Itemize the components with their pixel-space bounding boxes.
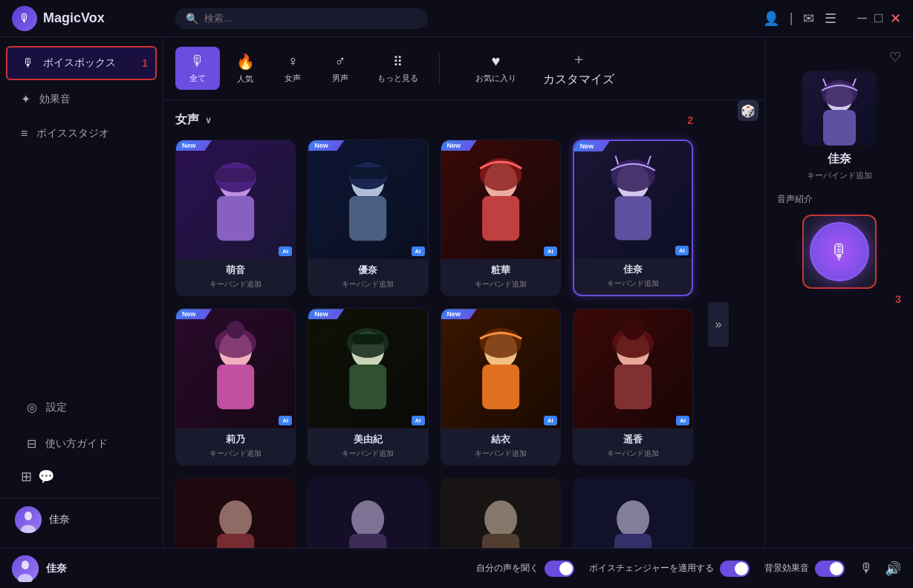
svg-point-41 — [623, 319, 643, 340]
svg-rect-32 — [351, 334, 384, 344]
maximize-button[interactable]: □ — [874, 10, 883, 26]
voice-card-haruka[interactable]: AI 遥香 キーバンド追加 — [573, 308, 693, 465]
panel-keybind-label[interactable]: キーバインド追加 — [807, 170, 872, 181]
tab-female-icon: ♀ — [287, 53, 299, 70]
voice-card-extra2[interactable]: AI — — [308, 477, 428, 549]
voice-card-mone[interactable]: New AI 萌音 — [175, 140, 296, 296]
voice-card-extra1[interactable]: AI — — [175, 477, 296, 549]
tab-male[interactable]: ♂ 男声 — [318, 47, 363, 90]
voice-grid-female-row1: New AI 萌音 — [175, 140, 693, 296]
sidebar-item-guide[interactable]: ⊟ 使い方ガイド — [12, 428, 151, 460]
voice-card-img-yui: New AI — [441, 309, 560, 428]
search-bar[interactable]: 🔍 — [175, 8, 428, 29]
voice-card-info-rino: 莉乃 キーバンド追加 — [176, 428, 295, 465]
self-listen-toggle[interactable] — [545, 561, 574, 577]
effects-icon: ✦ — [21, 92, 30, 106]
tab-popular[interactable]: 🔥 人気 — [223, 47, 267, 91]
volume-icon[interactable]: 🔊 — [885, 561, 901, 577]
tab-male-icon: ♂ — [335, 53, 346, 70]
tab-all[interactable]: 🎙 全て — [175, 47, 220, 90]
tab-all-label: 全て — [189, 73, 206, 84]
voice-card-info-miyuki: 美由紀 キーバンド追加 — [308, 428, 427, 465]
voice-card-img-shoka: New AI — [441, 140, 560, 259]
content-area: 🎙 全て 🔥 人気 ♀ 女声 ♂ 男声 ⠿ もっと見る ♥ お気に — [163, 37, 764, 548]
ai-badge-yuna: AI — [412, 246, 425, 256]
voice-grid-female-row2: New AI 莉乃 — [175, 308, 693, 465]
dice-icon[interactable]: 🎲 — [738, 100, 758, 121]
ai-badge-rino: AI — [279, 416, 292, 425]
ai-badge-shoka: AI — [544, 246, 557, 256]
right-panel: ♡ 佳奈 キーバインド追加 音声紹介 🎙 3 — [764, 37, 913, 548]
svg-rect-25 — [217, 365, 254, 409]
voice-card-img-haruka: AI — [574, 309, 692, 428]
voice-changer-toggle-group: ボイスチェンジャーを適用する — [589, 561, 750, 577]
user-icon[interactable]: 👤 — [763, 10, 779, 27]
voice-card-rino[interactable]: New AI 莉乃 — [175, 308, 296, 465]
bottom-controls: 自分の声を聞く ボイスチェンジャーを適用する 背景効果音 🎙 🔊 — [187, 561, 901, 577]
svg-point-27 — [227, 321, 244, 339]
toggle-knob-self-listen — [559, 562, 573, 575]
menu-icon[interactable]: ☰ — [825, 10, 836, 27]
voice-card-extra4[interactable]: AI — — [573, 477, 693, 549]
microphone-bottom-icon[interactable]: 🎙 — [860, 561, 873, 576]
bottom-user-name: 佳奈 — [46, 562, 67, 575]
sidebar-item-voice-box[interactable]: 🎙 ボイスボックス 1 — [6, 46, 157, 80]
sidebar-item-effects[interactable]: ✦ 効果音 — [6, 83, 157, 115]
close-button[interactable]: ✕ — [890, 10, 901, 27]
favorite-button[interactable]: ♡ — [889, 49, 901, 65]
titlebar-actions: 👤 | ✉ ☰ ─ □ ✕ — [763, 10, 901, 27]
tab-more[interactable]: ⠿ もっと見る — [365, 48, 430, 90]
sidebar-item-voice-studio[interactable]: ≡ ボイススタジオ — [6, 118, 157, 149]
expand-panel-button[interactable]: » — [708, 302, 729, 347]
sidebar-bottom: ◎ 設定 ⊟ 使い方ガイド ⊞ 💬 — [0, 382, 163, 498]
voice-card-kana[interactable]: New AI — [573, 140, 693, 296]
voice-card-shoka[interactable]: New AI 粧華 — [441, 140, 561, 296]
svg-point-49 — [484, 500, 517, 538]
svg-rect-50 — [482, 534, 519, 548]
tab-favorites[interactable]: ♥ お気に入り — [464, 47, 528, 90]
sidebar-label-voice-studio: ボイススタジオ — [36, 127, 109, 140]
svg-rect-10 — [349, 196, 386, 241]
panel-mic-button[interactable]: 🎙 — [810, 222, 869, 281]
toggle-knob-bg-effects — [830, 562, 843, 575]
svg-rect-56 — [823, 110, 856, 146]
voice-card-info-yui: 結衣 キーバンド追加 — [441, 428, 560, 465]
voice-grid-container: 女声 ∨ 2 New — [163, 100, 705, 548]
svg-point-1 — [25, 512, 32, 520]
panel-section-title: 音声紹介 — [777, 193, 813, 206]
voice-sub-rino: キーバンド追加 — [182, 448, 289, 459]
logo-mic-icon: 🎙 — [19, 12, 30, 25]
voice-name-haruka: 遥香 — [579, 433, 686, 446]
voice-grid-female-row3: AI — AI — [175, 477, 693, 549]
voice-card-yuna[interactable]: New AI 優奈 — [308, 140, 428, 296]
mail-icon[interactable]: ✉ — [803, 10, 814, 27]
save-icon[interactable]: ⊞ — [21, 468, 32, 485]
female-section-header: 女声 ∨ 2 — [175, 112, 693, 128]
svg-point-61 — [22, 561, 29, 569]
ai-badge-mone: AI — [279, 246, 292, 256]
voice-changer-toggle[interactable] — [720, 561, 750, 577]
svg-rect-7 — [215, 169, 256, 182]
sidebar-num-1: 1 — [142, 57, 148, 69]
voice-card-miyuki[interactable]: New AI 美由紀 — [308, 308, 428, 465]
search-input[interactable] — [204, 13, 417, 24]
chat-icon[interactable]: 💬 — [38, 468, 54, 485]
minimize-button[interactable]: ─ — [857, 10, 867, 26]
voice-card-extra3[interactable]: AI — — [441, 477, 561, 549]
tab-customize[interactable]: ＋ カスタマイズ — [531, 43, 626, 94]
sidebar-label-guide: 使い方ガイド — [45, 437, 108, 451]
sidebar: 🎙 ボイスボックス 1 ✦ 効果音 ≡ ボイススタジオ ◎ 設定 ⊟ 使い方ガイ… — [0, 37, 163, 548]
sidebar-user-name: 佳奈 — [49, 513, 70, 526]
voice-sub-mone: キーバンド追加 — [182, 279, 289, 290]
tab-female[interactable]: ♀ 女声 — [270, 47, 315, 90]
ai-badge-kana: AI — [675, 246, 689, 255]
voice-card-yui[interactable]: New AI 結衣 — [441, 308, 561, 465]
ai-badge-miyuki: AI — [412, 416, 425, 425]
sidebar-item-settings[interactable]: ◎ 設定 — [12, 391, 151, 423]
voice-card-img-extra4: AI — [574, 478, 692, 549]
self-listen-label: 自分の声を聞く — [476, 562, 539, 575]
tab-popular-label: 人気 — [237, 74, 253, 85]
bg-effects-toggle[interactable] — [815, 561, 845, 577]
microphone-icon: 🎙 — [22, 56, 34, 70]
voice-card-info-mone: 萌音 キーバンド追加 — [176, 259, 295, 295]
